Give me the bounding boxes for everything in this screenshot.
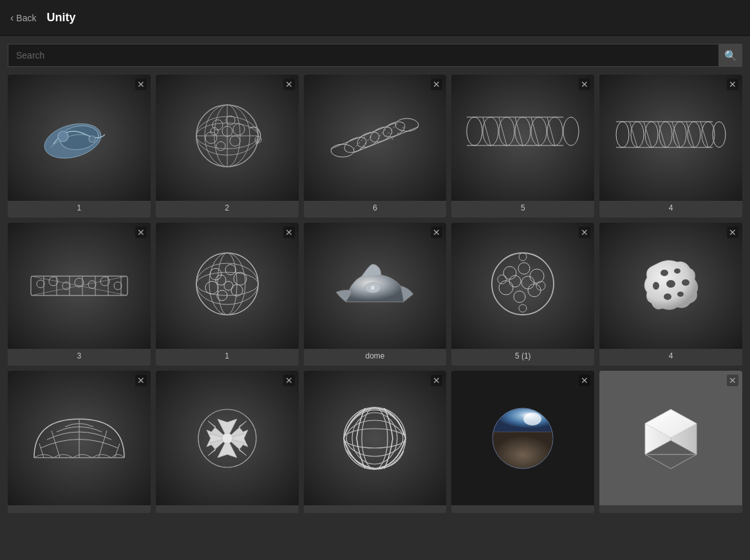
asset-card-12[interactable]: ✕ xyxy=(156,371,299,514)
page-title: Unity xyxy=(46,11,75,24)
close-icon-14[interactable]: ✕ xyxy=(579,375,590,386)
search-input[interactable] xyxy=(8,44,719,67)
asset-card-14[interactable]: ✕ xyxy=(451,371,594,514)
svg-point-96 xyxy=(503,266,516,279)
card-label-3: 6 xyxy=(304,201,447,218)
close-icon-5[interactable]: ✕ xyxy=(727,79,738,90)
svg-point-21 xyxy=(331,144,354,157)
card-label-7: 1 xyxy=(156,349,299,366)
asset-card-5[interactable]: ✕ xyxy=(599,75,742,218)
svg-point-110 xyxy=(682,279,689,286)
asset-preview-4 xyxy=(465,96,581,180)
back-button[interactable]: ‹ Back xyxy=(10,12,36,24)
svg-point-20 xyxy=(395,118,418,131)
close-icon-6[interactable]: ✕ xyxy=(135,227,147,238)
header: ‹ Back Unity xyxy=(0,0,750,36)
svg-point-82 xyxy=(196,263,258,304)
card-image-10 xyxy=(599,223,742,349)
asset-card-11[interactable]: ✕ xyxy=(8,371,151,514)
card-image-5 xyxy=(599,75,742,201)
asset-preview-14: sphere bg xyxy=(478,397,568,480)
svg-point-39 xyxy=(515,117,530,145)
svg-point-132 xyxy=(523,413,541,425)
svg-point-97 xyxy=(518,263,530,274)
asset-card-3[interactable]: ✕ xyxy=(304,75,447,218)
asset-card-2[interactable]: ✕ xyxy=(156,75,299,218)
card-image-13 xyxy=(304,371,447,506)
close-icon-15[interactable]: ✕ xyxy=(727,375,738,386)
svg-point-41 xyxy=(547,117,563,145)
svg-line-46 xyxy=(547,117,555,145)
close-icon-9[interactable]: ✕ xyxy=(579,227,590,238)
close-icon-7[interactable]: ✕ xyxy=(283,227,295,238)
search-icon: 🔍 xyxy=(724,50,737,62)
asset-card-8[interactable]: ✕ xyxy=(304,223,447,366)
svg-point-13 xyxy=(233,124,245,135)
asset-preview-9 xyxy=(478,244,568,328)
svg-point-55 xyxy=(688,122,700,147)
close-icon-12[interactable]: ✕ xyxy=(283,375,295,386)
svg-point-3 xyxy=(89,136,95,142)
svg-point-33 xyxy=(563,117,579,145)
asset-preview-15 xyxy=(626,397,716,480)
svg-line-44 xyxy=(515,117,523,145)
card-label-6: 3 xyxy=(8,349,151,366)
svg-point-2 xyxy=(58,131,68,142)
close-icon-4[interactable]: ✕ xyxy=(579,79,590,90)
svg-point-114 xyxy=(666,280,675,288)
svg-point-101 xyxy=(499,281,513,295)
svg-point-51 xyxy=(631,122,644,147)
asset-card-10[interactable]: ✕ xyxy=(599,223,742,366)
asset-preview-8 xyxy=(326,244,423,328)
close-icon-13[interactable]: ✕ xyxy=(431,375,442,386)
search-button[interactable]: 🔍 xyxy=(719,44,742,67)
svg-point-107 xyxy=(519,304,527,312)
card-image-12 xyxy=(156,371,299,506)
svg-line-45 xyxy=(531,117,539,145)
svg-point-123 xyxy=(344,407,406,469)
close-icon-10[interactable]: ✕ xyxy=(727,227,738,238)
asset-card-15[interactable]: ✕ xyxy=(599,371,742,514)
svg-point-112 xyxy=(664,294,671,300)
card-label-8: dome xyxy=(304,349,447,366)
svg-point-84 xyxy=(218,253,237,315)
asset-card-7[interactable]: ✕ xyxy=(156,223,299,366)
asset-preview-7 xyxy=(182,244,272,328)
svg-point-11 xyxy=(212,120,223,130)
asset-preview-13 xyxy=(330,397,420,480)
card-label-5: 4 xyxy=(599,201,742,218)
asset-preview-3 xyxy=(323,96,426,180)
asset-card-6[interactable]: ✕ xyxy=(8,223,151,366)
close-icon-2[interactable]: ✕ xyxy=(283,79,295,90)
svg-point-113 xyxy=(653,282,659,290)
svg-point-103 xyxy=(521,276,534,289)
asset-card-13[interactable]: ✕ xyxy=(304,371,447,514)
close-icon-3[interactable]: ✕ xyxy=(431,79,442,90)
asset-card-4[interactable]: ✕ xyxy=(451,75,594,218)
svg-line-23 xyxy=(354,127,418,153)
card-image-3 xyxy=(304,75,447,201)
asset-card-9[interactable]: ✕ xyxy=(451,223,594,366)
svg-point-122 xyxy=(222,433,232,443)
card-label-15 xyxy=(599,505,742,513)
close-icon-8[interactable]: ✕ xyxy=(431,227,442,238)
svg-line-116 xyxy=(39,443,44,458)
svg-point-80 xyxy=(196,253,258,315)
card-image-7 xyxy=(156,223,299,349)
asset-card-1[interactable]: ✕ 1 xyxy=(8,75,151,218)
svg-point-15 xyxy=(216,142,225,151)
svg-point-109 xyxy=(674,268,680,274)
back-chevron-icon: ‹ xyxy=(10,12,14,24)
close-icon-1[interactable]: ✕ xyxy=(135,79,147,90)
asset-preview-11 xyxy=(24,393,134,483)
svg-point-87 xyxy=(234,272,247,285)
close-icon-11[interactable]: ✕ xyxy=(135,375,147,386)
asset-preview-2 xyxy=(182,96,272,180)
card-image-14: sphere bg xyxy=(451,371,594,506)
svg-point-108 xyxy=(661,270,668,276)
card-image-15 xyxy=(599,371,742,506)
card-image-1 xyxy=(8,75,151,201)
svg-line-30 xyxy=(391,127,404,141)
card-label-4: 5 xyxy=(451,201,594,218)
svg-point-99 xyxy=(528,284,541,297)
